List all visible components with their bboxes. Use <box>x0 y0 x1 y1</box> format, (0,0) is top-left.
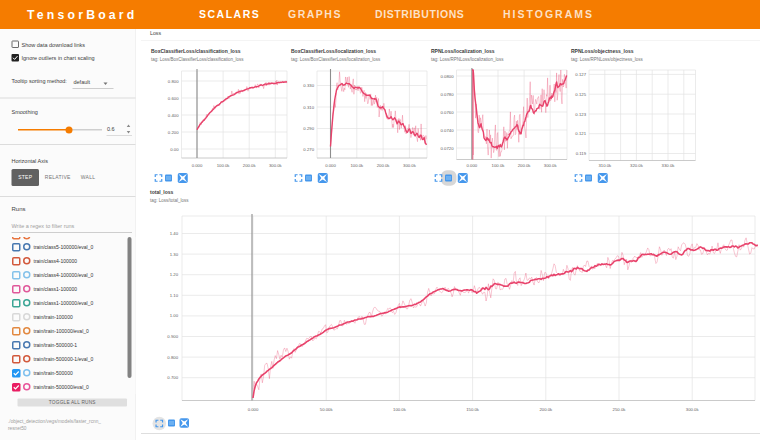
svg-text:100.0k: 100.0k <box>393 407 407 412</box>
svg-text:0.700: 0.700 <box>167 375 178 380</box>
svg-text:300.0k: 300.0k <box>686 407 700 412</box>
svg-text:50.00k: 50.00k <box>320 407 334 412</box>
svg-text:1.30: 1.30 <box>170 252 179 257</box>
svg-text:0.800: 0.800 <box>167 355 178 360</box>
svg-text:250.0k: 250.0k <box>613 407 627 412</box>
svg-text:1.00: 1.00 <box>170 313 179 318</box>
svg-text:1.40: 1.40 <box>170 231 179 236</box>
svg-text:200.0k: 200.0k <box>539 407 553 412</box>
svg-text:1.20: 1.20 <box>170 272 179 277</box>
svg-text:1.10: 1.10 <box>170 293 179 298</box>
svg-text:150.0k: 150.0k <box>466 407 480 412</box>
svg-text:0.000: 0.000 <box>248 407 259 412</box>
svg-text:0.900: 0.900 <box>167 334 178 339</box>
